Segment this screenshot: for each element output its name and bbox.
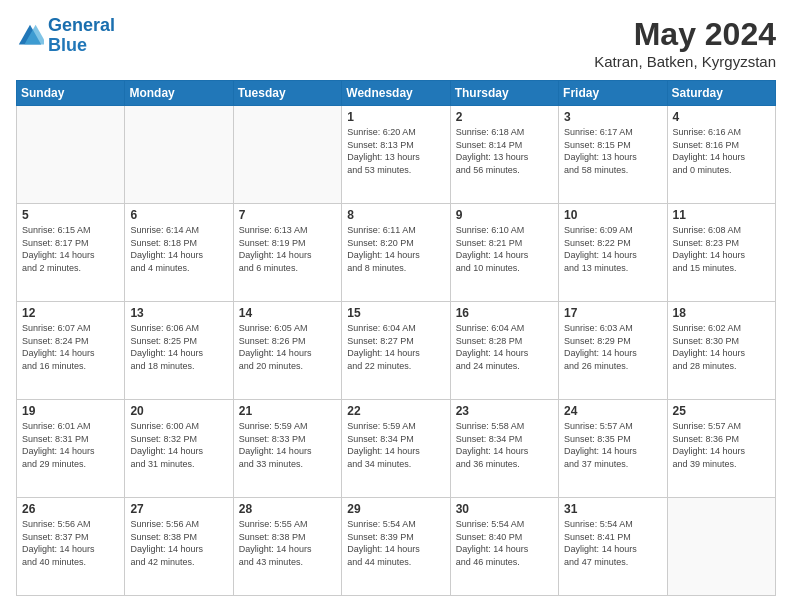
day-number: 27 (130, 502, 227, 516)
calendar-day-cell: 1Sunrise: 6:20 AMSunset: 8:13 PMDaylight… (342, 106, 450, 204)
day-info: Sunrise: 6:06 AMSunset: 8:25 PMDaylight:… (130, 322, 227, 372)
day-number: 22 (347, 404, 444, 418)
day-info: Sunrise: 6:03 AMSunset: 8:29 PMDaylight:… (564, 322, 661, 372)
calendar-week-row: 12Sunrise: 6:07 AMSunset: 8:24 PMDayligh… (17, 302, 776, 400)
logo-line2: Blue (48, 35, 87, 55)
day-info: Sunrise: 5:54 AMSunset: 8:40 PMDaylight:… (456, 518, 553, 568)
calendar-day-cell: 17Sunrise: 6:03 AMSunset: 8:29 PMDayligh… (559, 302, 667, 400)
day-info: Sunrise: 5:58 AMSunset: 8:34 PMDaylight:… (456, 420, 553, 470)
calendar-day-cell: 11Sunrise: 6:08 AMSunset: 8:23 PMDayligh… (667, 204, 775, 302)
day-number: 7 (239, 208, 336, 222)
day-info: Sunrise: 6:18 AMSunset: 8:14 PMDaylight:… (456, 126, 553, 176)
day-number: 19 (22, 404, 119, 418)
day-info: Sunrise: 5:55 AMSunset: 8:38 PMDaylight:… (239, 518, 336, 568)
day-number: 29 (347, 502, 444, 516)
day-info: Sunrise: 6:13 AMSunset: 8:19 PMDaylight:… (239, 224, 336, 274)
day-info: Sunrise: 6:09 AMSunset: 8:22 PMDaylight:… (564, 224, 661, 274)
calendar-day-cell: 22Sunrise: 5:59 AMSunset: 8:34 PMDayligh… (342, 400, 450, 498)
day-info: Sunrise: 5:59 AMSunset: 8:34 PMDaylight:… (347, 420, 444, 470)
calendar-day-cell: 10Sunrise: 6:09 AMSunset: 8:22 PMDayligh… (559, 204, 667, 302)
day-number: 15 (347, 306, 444, 320)
calendar-week-row: 1Sunrise: 6:20 AMSunset: 8:13 PMDaylight… (17, 106, 776, 204)
calendar-day-cell (17, 106, 125, 204)
day-number: 11 (673, 208, 770, 222)
logo-icon (16, 22, 44, 50)
day-number: 28 (239, 502, 336, 516)
calendar-day-cell: 6Sunrise: 6:14 AMSunset: 8:18 PMDaylight… (125, 204, 233, 302)
day-info: Sunrise: 6:07 AMSunset: 8:24 PMDaylight:… (22, 322, 119, 372)
day-info: Sunrise: 6:17 AMSunset: 8:15 PMDaylight:… (564, 126, 661, 176)
day-info: Sunrise: 5:56 AMSunset: 8:38 PMDaylight:… (130, 518, 227, 568)
day-number: 26 (22, 502, 119, 516)
day-number: 17 (564, 306, 661, 320)
calendar-day-cell: 4Sunrise: 6:16 AMSunset: 8:16 PMDaylight… (667, 106, 775, 204)
calendar-day-cell: 7Sunrise: 6:13 AMSunset: 8:19 PMDaylight… (233, 204, 341, 302)
calendar-week-row: 26Sunrise: 5:56 AMSunset: 8:37 PMDayligh… (17, 498, 776, 596)
header: General Blue May 2024 Katran, Batken, Ky… (16, 16, 776, 70)
day-number: 16 (456, 306, 553, 320)
logo-text: General Blue (48, 16, 115, 56)
day-number: 14 (239, 306, 336, 320)
calendar-day-cell: 9Sunrise: 6:10 AMSunset: 8:21 PMDaylight… (450, 204, 558, 302)
day-number: 3 (564, 110, 661, 124)
calendar-day-cell: 25Sunrise: 5:57 AMSunset: 8:36 PMDayligh… (667, 400, 775, 498)
day-info: Sunrise: 6:20 AMSunset: 8:13 PMDaylight:… (347, 126, 444, 176)
day-number: 18 (673, 306, 770, 320)
day-of-week-header: Friday (559, 81, 667, 106)
calendar-week-row: 19Sunrise: 6:01 AMSunset: 8:31 PMDayligh… (17, 400, 776, 498)
calendar-day-cell: 30Sunrise: 5:54 AMSunset: 8:40 PMDayligh… (450, 498, 558, 596)
day-of-week-header: Monday (125, 81, 233, 106)
logo: General Blue (16, 16, 115, 56)
calendar-day-cell: 12Sunrise: 6:07 AMSunset: 8:24 PMDayligh… (17, 302, 125, 400)
calendar-day-cell: 19Sunrise: 6:01 AMSunset: 8:31 PMDayligh… (17, 400, 125, 498)
calendar-day-cell: 18Sunrise: 6:02 AMSunset: 8:30 PMDayligh… (667, 302, 775, 400)
calendar-day-cell: 14Sunrise: 6:05 AMSunset: 8:26 PMDayligh… (233, 302, 341, 400)
calendar-header-row: SundayMondayTuesdayWednesdayThursdayFrid… (17, 81, 776, 106)
calendar-day-cell (667, 498, 775, 596)
day-info: Sunrise: 6:15 AMSunset: 8:17 PMDaylight:… (22, 224, 119, 274)
day-number: 4 (673, 110, 770, 124)
day-of-week-header: Tuesday (233, 81, 341, 106)
day-number: 2 (456, 110, 553, 124)
day-info: Sunrise: 6:10 AMSunset: 8:21 PMDaylight:… (456, 224, 553, 274)
calendar-day-cell (233, 106, 341, 204)
day-info: Sunrise: 6:08 AMSunset: 8:23 PMDaylight:… (673, 224, 770, 274)
logo-line1: General (48, 15, 115, 35)
day-info: Sunrise: 6:02 AMSunset: 8:30 PMDaylight:… (673, 322, 770, 372)
day-number: 30 (456, 502, 553, 516)
day-info: Sunrise: 6:11 AMSunset: 8:20 PMDaylight:… (347, 224, 444, 274)
day-number: 10 (564, 208, 661, 222)
calendar-day-cell: 21Sunrise: 5:59 AMSunset: 8:33 PMDayligh… (233, 400, 341, 498)
day-info: Sunrise: 6:01 AMSunset: 8:31 PMDaylight:… (22, 420, 119, 470)
calendar-day-cell: 3Sunrise: 6:17 AMSunset: 8:15 PMDaylight… (559, 106, 667, 204)
day-of-week-header: Sunday (17, 81, 125, 106)
day-of-week-header: Saturday (667, 81, 775, 106)
day-of-week-header: Wednesday (342, 81, 450, 106)
calendar-day-cell: 20Sunrise: 6:00 AMSunset: 8:32 PMDayligh… (125, 400, 233, 498)
calendar-day-cell: 23Sunrise: 5:58 AMSunset: 8:34 PMDayligh… (450, 400, 558, 498)
calendar-table: SundayMondayTuesdayWednesdayThursdayFrid… (16, 80, 776, 596)
day-info: Sunrise: 5:54 AMSunset: 8:41 PMDaylight:… (564, 518, 661, 568)
day-number: 31 (564, 502, 661, 516)
day-number: 12 (22, 306, 119, 320)
day-info: Sunrise: 5:57 AMSunset: 8:35 PMDaylight:… (564, 420, 661, 470)
calendar-day-cell: 31Sunrise: 5:54 AMSunset: 8:41 PMDayligh… (559, 498, 667, 596)
day-info: Sunrise: 5:57 AMSunset: 8:36 PMDaylight:… (673, 420, 770, 470)
calendar-day-cell: 13Sunrise: 6:06 AMSunset: 8:25 PMDayligh… (125, 302, 233, 400)
day-number: 25 (673, 404, 770, 418)
calendar-day-cell: 15Sunrise: 6:04 AMSunset: 8:27 PMDayligh… (342, 302, 450, 400)
main-title: May 2024 (594, 16, 776, 53)
day-of-week-header: Thursday (450, 81, 558, 106)
page: General Blue May 2024 Katran, Batken, Ky… (0, 0, 792, 612)
day-number: 9 (456, 208, 553, 222)
day-number: 1 (347, 110, 444, 124)
calendar-day-cell: 16Sunrise: 6:04 AMSunset: 8:28 PMDayligh… (450, 302, 558, 400)
day-number: 20 (130, 404, 227, 418)
day-info: Sunrise: 6:16 AMSunset: 8:16 PMDaylight:… (673, 126, 770, 176)
day-info: Sunrise: 5:54 AMSunset: 8:39 PMDaylight:… (347, 518, 444, 568)
day-info: Sunrise: 6:04 AMSunset: 8:28 PMDaylight:… (456, 322, 553, 372)
day-info: Sunrise: 6:00 AMSunset: 8:32 PMDaylight:… (130, 420, 227, 470)
day-info: Sunrise: 6:04 AMSunset: 8:27 PMDaylight:… (347, 322, 444, 372)
day-info: Sunrise: 6:05 AMSunset: 8:26 PMDaylight:… (239, 322, 336, 372)
day-info: Sunrise: 5:56 AMSunset: 8:37 PMDaylight:… (22, 518, 119, 568)
